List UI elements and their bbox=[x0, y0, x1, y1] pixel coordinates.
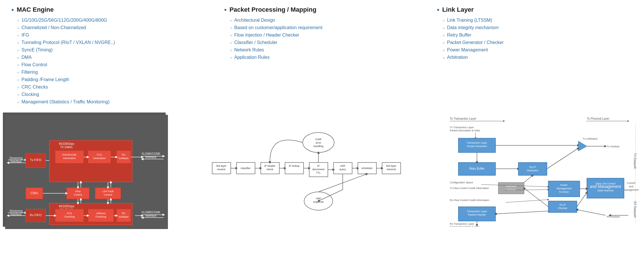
list-item: Padding /Frame Length bbox=[17, 77, 207, 82]
mac-engine-title: MAC Engine bbox=[11, 6, 207, 14]
link-diagram-svg: TX Datapath RX Datapath Control and Mana… bbox=[447, 113, 641, 227]
svg-text:Rx Packets: Rx Packets bbox=[607, 215, 620, 218]
svg-text:Packet Description & Data: Packet Description & Data bbox=[450, 129, 480, 132]
svg-text:DLLP: DLLP bbox=[559, 203, 566, 206]
svg-text:Packet Description & Data: Packet Description & Data bbox=[450, 225, 480, 227]
svg-text:FCS: FCS bbox=[97, 153, 102, 156]
svg-text:IP: IP bbox=[317, 164, 320, 167]
list-item: Management (Statistics / Traffic Monitor… bbox=[17, 99, 207, 105]
svg-rect-81 bbox=[285, 162, 304, 174]
svg-text:ARP: ARP bbox=[316, 197, 321, 200]
svg-text:error: error bbox=[316, 141, 321, 144]
svg-marker-129 bbox=[578, 141, 587, 151]
svg-text:Link Fault: Link Fault bbox=[102, 190, 114, 193]
svg-text:XLGMII/CGMII: XLGMII/CGMII bbox=[141, 152, 160, 155]
list-item: 1G/10G/25G/56G/112G/200G/400G/800G bbox=[17, 18, 207, 23]
svg-text:Generation: Generation bbox=[93, 157, 106, 160]
svg-text:Management: Management bbox=[557, 187, 572, 190]
svg-text:TX Datapath: TX Datapath bbox=[633, 153, 637, 169]
svg-text:scheduler: scheduler bbox=[361, 167, 372, 170]
svg-line-162 bbox=[524, 188, 548, 207]
svg-text:To Physical Layer: To Physical Layer bbox=[587, 117, 609, 120]
svg-line-143 bbox=[524, 175, 533, 182]
svg-text:Rx Flow Control Credit Informa: Rx Flow Control Credit Information bbox=[450, 199, 489, 202]
list-item: DMA bbox=[17, 55, 207, 60]
svg-text:handling: handling bbox=[313, 145, 323, 148]
svg-text:TTL: TTL bbox=[316, 171, 320, 174]
svg-text:Packets: Packets bbox=[507, 188, 516, 191]
list-item: Retry Buffer bbox=[443, 33, 633, 38]
packet-processing-column: Packet Processing / Mapping Architectura… bbox=[224, 6, 420, 107]
svg-text:XLGMII/CGMII: XLGMII/CGMII bbox=[141, 211, 160, 214]
link-layer-column: Link Layer Link Training (LTSSM) Data in… bbox=[437, 6, 633, 107]
bottom-section: Streaming Interface Tx FIFO 40/100Gbps T… bbox=[0, 110, 644, 230]
pkt-diagram: link layer receive classifier IP header … bbox=[171, 113, 441, 227]
svg-text:ICMP: ICMP bbox=[315, 138, 322, 141]
svg-text:RX Datapath: RX Datapath bbox=[633, 201, 637, 218]
list-item: Link Training (LTSSM) bbox=[443, 18, 633, 23]
svg-line-139 bbox=[547, 148, 578, 169]
svg-text:Tx Flow Control Credit Informa: Tx Flow Control Credit Information bbox=[450, 187, 489, 190]
svg-line-108 bbox=[318, 190, 343, 201]
svg-text:Configuration Space: Configuration Space bbox=[450, 181, 473, 184]
svg-text:Checker: Checker bbox=[558, 207, 567, 210]
mac-diagram-svg: Streaming Interface Tx FIFO 40/100Gbps T… bbox=[5, 115, 168, 229]
list-item: Application Rules bbox=[230, 55, 420, 60]
list-item: CRC Checks bbox=[17, 85, 207, 90]
link-layer-list: Link Training (LTSSM) Data integrity mec… bbox=[437, 18, 633, 60]
packet-processing-list: Architectural Design Based on customer/a… bbox=[224, 18, 420, 60]
list-item: Channelized / Non-Channelized bbox=[17, 25, 207, 30]
mac-engine-list: 1G/10G/25G/56G/112G/200G/400G/800G Chann… bbox=[11, 18, 207, 105]
pkt-diagram-svg: link layer receive classifier IP header … bbox=[209, 113, 404, 227]
svg-text:Checking: Checking bbox=[64, 215, 75, 218]
svg-text:link layer: link layer bbox=[386, 164, 396, 167]
list-item: Data integrity mechanism bbox=[443, 25, 633, 30]
svg-text:40/100Gbps: 40/100Gbps bbox=[59, 205, 75, 208]
list-item: SyncE (Timing) bbox=[17, 47, 207, 53]
svg-text:PAD/PAUSE: PAD/PAUSE bbox=[62, 153, 77, 156]
svg-text:Packet Checker: Packet Checker bbox=[468, 213, 486, 216]
svg-text:Power: Power bbox=[560, 184, 568, 186]
svg-text:Tx Packets: Tx Packets bbox=[607, 145, 620, 148]
svg-text:Flow: Flow bbox=[75, 190, 81, 193]
list-item: Power Management bbox=[443, 47, 633, 53]
svg-text:Sublayer: Sublayer bbox=[119, 157, 129, 160]
top-section: MAC Engine 1G/10G/25G/56G/112G/200G/400G… bbox=[0, 0, 644, 110]
svg-text:Transaction Layer: Transaction Layer bbox=[467, 210, 487, 213]
svg-text:RS: RS bbox=[122, 153, 126, 156]
svg-text:Tx FIFO: Tx FIFO bbox=[30, 158, 42, 162]
svg-text:transmit: transmit bbox=[386, 168, 396, 171]
svg-text:FCS: FCS bbox=[67, 212, 72, 215]
svg-text:IP header: IP header bbox=[264, 164, 275, 167]
svg-text:check: check bbox=[266, 168, 273, 171]
svg-text:Control: Control bbox=[74, 193, 82, 196]
svg-text:Generation: Generation bbox=[63, 157, 76, 160]
svg-text:State Machine: State Machine bbox=[597, 189, 614, 192]
svg-text:ARP: ARP bbox=[340, 164, 345, 167]
list-item: Network Rules bbox=[230, 47, 420, 53]
svg-text:Streaming: Streaming bbox=[9, 156, 23, 160]
svg-text:Streaming: Streaming bbox=[9, 209, 23, 212]
svg-text:Tx Arbitration: Tx Arbitration bbox=[583, 137, 598, 140]
list-item: IFG bbox=[17, 33, 207, 38]
svg-text:Management: Management bbox=[624, 188, 639, 191]
list-item: Arbitration bbox=[443, 55, 633, 60]
svg-text:DLLP: DLLP bbox=[529, 166, 536, 168]
packet-processing-title: Packet Processing / Mapping bbox=[224, 6, 420, 14]
svg-text:Address: Address bbox=[96, 212, 106, 215]
svg-text:CSRs: CSRs bbox=[31, 192, 38, 195]
svg-text:RS: RS bbox=[122, 212, 126, 215]
list-item: Flow Control bbox=[17, 62, 207, 67]
svg-text:TX EMAC: TX EMAC bbox=[60, 146, 73, 149]
svg-text:Checking: Checking bbox=[95, 215, 106, 218]
list-item: Packet Generator / Checker bbox=[443, 40, 633, 45]
svg-line-167 bbox=[577, 210, 605, 215]
mac-diagram: Streaming Interface Tx FIFO 40/100Gbps T… bbox=[3, 113, 166, 227]
list-item: Based on customer/application requiremen… bbox=[230, 25, 420, 30]
svg-text:classifier: classifier bbox=[240, 167, 250, 170]
list-item: Classifier / Scheduler bbox=[230, 40, 420, 45]
list-item: Clocking bbox=[17, 92, 207, 97]
svg-line-172 bbox=[495, 211, 548, 214]
list-item: Filtering bbox=[17, 70, 207, 75]
svg-text:To Transaction Layer: To Transaction Layer bbox=[450, 117, 476, 120]
